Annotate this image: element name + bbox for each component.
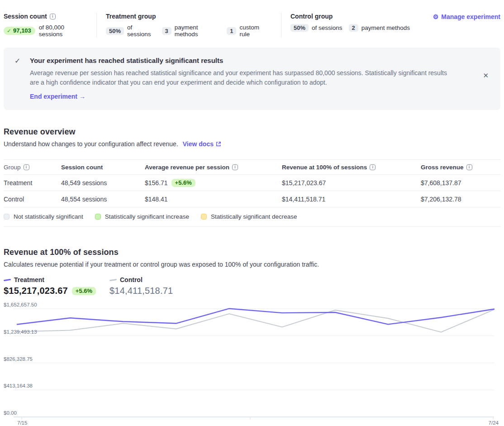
legend-item-not-significant: Not statistically significant (4, 213, 83, 220)
cell-group: Control (4, 196, 61, 203)
view-docs-link[interactable]: View docs (183, 140, 221, 148)
treatment-sessions-token: 50%of sessions (106, 24, 156, 38)
svg-text:$826,328.75: $826,328.75 (4, 356, 33, 362)
revenue-table-header: Groupi Session count Average revenue per… (4, 159, 500, 175)
banner-title: Your experiment has reached statisticall… (30, 57, 451, 64)
control-group-summary: Control group 50%of sessions 2payment me… (281, 13, 422, 38)
revenue-overview-subtitle: Understand how changes to your configura… (4, 140, 178, 148)
treatment-line-icon (4, 278, 11, 281)
svg-text:7/15: 7/15 (17, 420, 27, 426)
control-group-label: Control group (290, 13, 333, 20)
table-row-treatment: Treatment 48,549 sessions $156.71 +5.6% … (4, 175, 500, 191)
significance-legend: Not statistically significant Statistica… (4, 213, 500, 227)
info-icon[interactable]: i (50, 14, 56, 19)
session-count-badge: ✓97,103 (4, 27, 35, 35)
col-group: Group (4, 164, 21, 171)
legend-item-significant-decrease: Statistically significant decrease (201, 213, 297, 220)
check-icon: ✓ (14, 57, 20, 65)
col-session-count: Session count (61, 164, 103, 171)
svg-text:7/24: 7/24 (489, 420, 499, 426)
cell-avg-revenue: $156.71 +5.6% (145, 179, 282, 187)
col-gross-revenue: Gross revenue (421, 164, 464, 171)
control-line-icon (109, 278, 117, 281)
cell-gross: $7,608,137.87 (421, 179, 500, 187)
treatment-group-summary: Treatment group 50%of sessions 3payment … (96, 13, 281, 38)
revenue-overview-title: Revenue overview (4, 127, 500, 137)
legend-control: Control $14,411,518.71 (109, 276, 215, 296)
cell-sessions: 48,554 sessions (61, 196, 145, 203)
manage-experiment-link[interactable]: ⚙ Manage experiment (433, 13, 500, 38)
cell-group: Treatment (4, 179, 61, 187)
check-icon: ✓ (7, 28, 11, 34)
treatment-total-value: $15,217,023.67 (4, 286, 68, 296)
session-count-summary: Session count i ✓97,103 of 80,000 sessio… (4, 13, 96, 38)
legend-treatment: Treatment $15,217,023.67 +5.6% (4, 276, 109, 296)
svg-text:$0.00: $0.00 (4, 410, 17, 416)
legend-item-significant-increase: Statistically significant increase (95, 213, 189, 220)
cell-sessions: 48,549 sessions (61, 179, 145, 187)
cell-revenue-100: $15,217,023.67 (282, 179, 421, 187)
external-link-icon (216, 141, 221, 147)
treatment-custom-rule-token: 1custom rule (227, 24, 269, 38)
delta-badge: +5.6% (171, 179, 195, 187)
gear-icon: ⚙ (433, 13, 439, 21)
treatment-payment-methods-token: 3payment methods (162, 24, 221, 38)
yellow-swatch-icon (201, 214, 207, 220)
col-revenue-100: Revenue at 100% of sessions (282, 164, 367, 171)
col-avg-revenue: Average revenue per session (145, 164, 229, 171)
info-icon[interactable]: i (232, 164, 238, 170)
chart-legend: Treatment $15,217,023.67 +5.6% Control $… (4, 276, 500, 296)
session-count-label: Session count (4, 13, 47, 20)
delta-badge: +5.6% (72, 287, 96, 295)
revenue-overview-section: Revenue overview Understand how changes … (4, 127, 500, 227)
experiment-summary-bar: Session count i ✓97,103 of 80,000 sessio… (4, 13, 500, 38)
svg-text:$413,164.38: $413,164.38 (4, 383, 33, 388)
svg-text:$1,652,657.50: $1,652,657.50 (4, 302, 37, 307)
info-icon[interactable]: i (24, 164, 29, 170)
cell-avg-revenue: $148.41 (145, 196, 282, 203)
control-total-value: $14,411,518.71 (109, 286, 173, 296)
control-payment-methods-token: 2payment methods (349, 24, 410, 32)
close-icon[interactable]: ✕ (483, 72, 489, 79)
revenue-chart[interactable]: $0.00$413,164.38$826,328.75$1,239,493.13… (4, 302, 500, 426)
revenue-projection-section: Revenue at 100% of sessions Calculates r… (4, 248, 500, 426)
green-swatch-icon (95, 214, 101, 220)
cell-revenue-100: $14,411,518.71 (282, 196, 421, 203)
projection-subtitle: Calculates revenue potential if your tre… (4, 261, 319, 268)
cell-gross: $7,206,132.78 (421, 196, 500, 203)
chart-area: $0.00$413,164.38$826,328.75$1,239,493.13… (4, 302, 500, 426)
treatment-group-label: Treatment group (106, 13, 156, 20)
svg-text:$1,239,493.13: $1,239,493.13 (4, 329, 37, 335)
gray-swatch-icon (4, 214, 10, 220)
control-sessions-token: 50%of sessions (290, 24, 342, 32)
significance-banner: ✓ Your experiment has reached statistica… (4, 48, 500, 110)
session-count-suffix: of 80,000 sessions (39, 24, 87, 38)
projection-title: Revenue at 100% of sessions (4, 248, 500, 257)
banner-body: Average revenue per session has reached … (30, 68, 451, 87)
table-row-control: Control 48,554 sessions $148.41 $14,411,… (4, 191, 500, 207)
info-icon[interactable]: i (466, 164, 472, 170)
end-experiment-link[interactable]: End experiment → (30, 93, 86, 100)
revenue-table: Groupi Session count Average revenue per… (4, 159, 500, 207)
info-icon[interactable]: i (370, 164, 376, 170)
experiment-dashboard: Session count i ✓97,103 of 80,000 sessio… (0, 0, 504, 426)
